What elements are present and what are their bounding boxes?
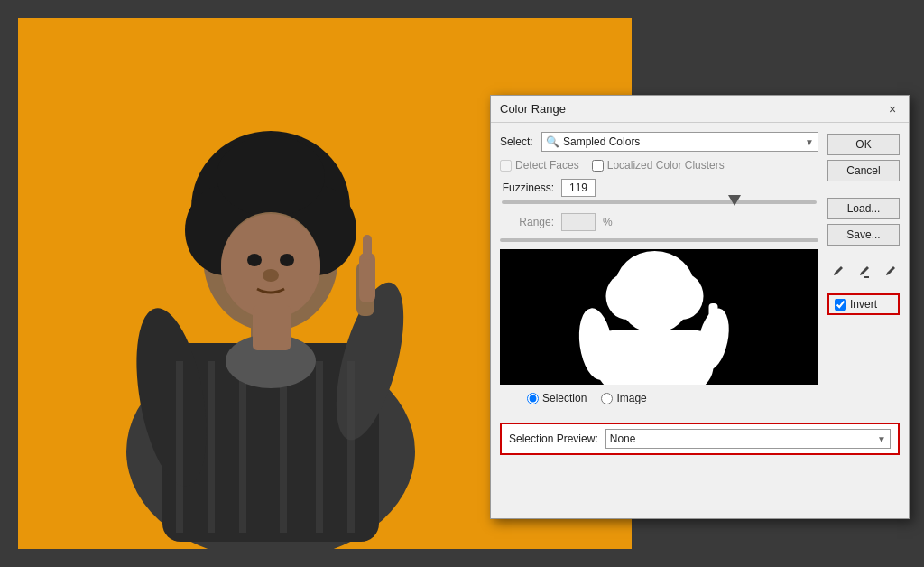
select-label: Select: — [500, 135, 536, 148]
fuzziness-slider-track[interactable] — [502, 200, 817, 204]
svg-rect-24 — [253, 305, 291, 350]
image-radio-text: Image — [616, 392, 646, 404]
eyedropper-subtract-icon[interactable] — [854, 262, 873, 282]
svg-point-36 — [606, 273, 650, 320]
select-row: Select: 🔍 Sampled Colors ▼ — [500, 132, 818, 152]
dialog-right-panel: OK Cancel Load... Save... — [827, 132, 900, 414]
range-percent: % — [603, 216, 613, 228]
svg-rect-15 — [239, 361, 246, 533]
svg-point-22 — [280, 254, 294, 266]
localized-color-checkbox[interactable] — [592, 160, 604, 172]
selection-radio[interactable] — [527, 393, 539, 404]
svg-point-37 — [661, 273, 704, 320]
eyedropper-icons-row — [827, 262, 900, 282]
selection-preview-row: Selection Preview: None ▼ — [500, 423, 900, 455]
svg-point-21 — [247, 254, 262, 266]
dialog-close-button[interactable]: × — [885, 102, 900, 116]
svg-rect-14 — [208, 361, 215, 533]
svg-rect-29 — [605, 330, 705, 385]
dropdown-arrow-icon: ▼ — [805, 137, 814, 147]
preview-svg — [500, 249, 818, 385]
ok-button[interactable]: OK — [827, 134, 900, 155]
selection-radio-text: Selection — [542, 392, 587, 404]
svg-rect-25 — [359, 253, 375, 302]
invert-label: Invert — [850, 298, 877, 311]
fuzziness-slider-thumb[interactable] — [728, 195, 741, 206]
select-value: Sampled Colors — [563, 135, 640, 148]
cancel-button[interactable]: Cancel — [827, 160, 900, 181]
color-range-dialog: Color Range × Select: 🔍 Sampled Colors ▼ — [490, 95, 910, 519]
save-button[interactable]: Save... — [827, 224, 900, 246]
localized-color-checkbox-label[interactable]: Localized Color Clusters — [592, 159, 725, 172]
detect-faces-checkbox[interactable] — [500, 160, 512, 172]
invert-row: Invert — [827, 293, 900, 315]
selection-preview-dropdown[interactable]: None ▼ — [605, 429, 891, 449]
svg-rect-13 — [176, 361, 183, 533]
eyedropper-icon-plain[interactable] — [880, 262, 900, 282]
fuzziness-input[interactable] — [561, 179, 596, 197]
image-radio[interactable] — [601, 393, 613, 404]
svg-rect-17 — [316, 361, 323, 533]
preview-area — [500, 249, 818, 385]
selection-preview-arrow-icon: ▼ — [877, 434, 886, 444]
fuzziness-row: Fuzziness: — [500, 179, 818, 197]
fuzziness-slider-container — [500, 200, 818, 204]
eyedropper-icon: 🔍 — [546, 135, 559, 148]
image-radio-label[interactable]: Image — [601, 392, 646, 404]
svg-point-20 — [221, 214, 320, 319]
localized-color-label: Localized Color Clusters — [607, 159, 725, 172]
range-row: Range: % — [500, 213, 818, 231]
select-dropdown[interactable]: 🔍 Sampled Colors ▼ — [541, 132, 818, 152]
svg-rect-18 — [347, 361, 355, 533]
load-button[interactable]: Load... — [827, 198, 900, 219]
range-slider-track[interactable] — [500, 238, 818, 242]
invert-checkbox[interactable] — [835, 299, 846, 311]
detect-faces-checkbox-label[interactable]: Detect Faces — [500, 159, 579, 172]
range-label: Range: — [500, 216, 554, 228]
svg-rect-32 — [709, 303, 718, 329]
dialog-title: Color Range — [500, 102, 566, 116]
range-input — [561, 213, 596, 231]
selection-radio-label[interactable]: Selection — [527, 392, 587, 404]
dialog-left-panel: Select: 🔍 Sampled Colors ▼ Detect Faces — [500, 132, 818, 414]
selection-preview-value: None — [610, 432, 636, 445]
selection-preview-label: Selection Preview: — [509, 432, 598, 445]
svg-rect-26 — [363, 235, 372, 260]
selection-preview-section: Selection Preview: None ▼ — [491, 414, 909, 464]
fuzziness-label: Fuzziness: — [500, 181, 554, 194]
eyedropper-add-icon[interactable] — [827, 262, 847, 282]
detect-faces-label: Detect Faces — [515, 159, 579, 172]
checkboxes-row: Detect Faces Localized Color Clusters — [500, 159, 818, 172]
radio-row: Selection Image — [500, 392, 818, 404]
svg-point-23 — [263, 269, 279, 282]
dialog-titlebar: Color Range × — [491, 96, 909, 123]
svg-point-10 — [217, 135, 325, 217]
